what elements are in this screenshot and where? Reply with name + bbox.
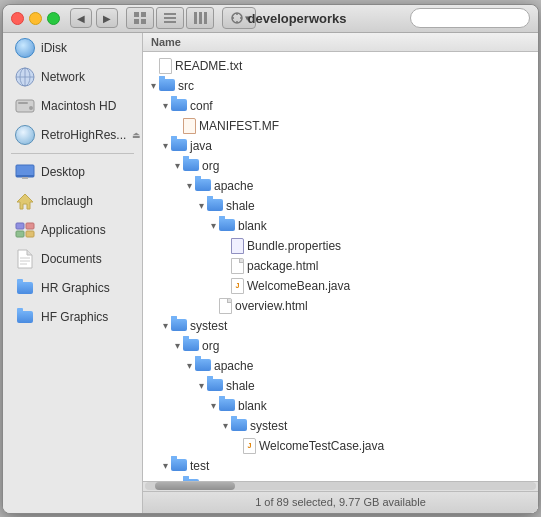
file-tree[interactable]: README.txt src confMANIFEST.MF java org … <box>143 52 538 481</box>
hd-icon <box>15 96 35 116</box>
tree-item[interactable]: shale <box>143 196 538 216</box>
expand-triangle[interactable] <box>159 140 171 152</box>
tree-item[interactable]: java <box>143 136 538 156</box>
tree-item[interactable]: MANIFEST.MF <box>143 116 538 136</box>
sidebar-divider <box>11 153 134 154</box>
tree-item[interactable]: apache <box>143 176 538 196</box>
forward-button[interactable]: ▶ <box>96 8 118 28</box>
expand-triangle[interactable] <box>207 220 219 232</box>
folder-icon <box>195 359 211 372</box>
sidebar-item-home[interactable]: bmclaugh <box>7 187 138 215</box>
sidebar-item-network[interactable]: Network <box>7 63 138 91</box>
expand-triangle <box>231 440 243 452</box>
folder-icon <box>159 79 175 92</box>
horizontal-scrollbar[interactable] <box>143 481 538 491</box>
tree-item[interactable]: blank <box>143 396 538 416</box>
svg-rect-6 <box>164 21 176 23</box>
tree-item[interactable]: org <box>143 336 538 356</box>
sidebar-item-hf-graphics[interactable]: HF Graphics <box>7 303 138 331</box>
folder-icon <box>15 278 35 298</box>
minimize-button[interactable] <box>29 12 42 25</box>
expand-triangle[interactable] <box>159 460 171 472</box>
sidebar-item-hr-graphics[interactable]: HR Graphics <box>7 274 138 302</box>
traffic-lights <box>11 12 60 25</box>
expand-triangle[interactable] <box>159 100 171 112</box>
item-label: blank <box>238 219 267 233</box>
close-button[interactable] <box>11 12 24 25</box>
folder-icon <box>207 379 223 392</box>
expand-triangle[interactable] <box>183 180 195 192</box>
expand-triangle[interactable] <box>159 320 171 332</box>
folder-icon <box>183 479 199 481</box>
sidebar-item-desktop[interactable]: Desktop <box>7 158 138 186</box>
item-label: org <box>202 159 219 173</box>
tree-item[interactable]: org <box>143 156 538 176</box>
tree-item[interactable]: src <box>143 76 538 96</box>
sidebar-label: Applications <box>41 223 106 237</box>
item-label: MANIFEST.MF <box>199 119 279 133</box>
back-button[interactable]: ◀ <box>70 8 92 28</box>
applications-icon <box>15 220 35 240</box>
folder-icon <box>219 219 235 232</box>
tree-item[interactable]: package.html <box>143 256 538 276</box>
item-label: apache <box>214 179 253 193</box>
tree-item[interactable]: blank <box>143 216 538 236</box>
expand-triangle[interactable] <box>219 420 231 432</box>
window-title: developerworks <box>184 11 410 26</box>
item-label: systest <box>190 319 227 333</box>
tree-item[interactable]: systest <box>143 416 538 436</box>
documents-icon <box>15 249 35 269</box>
tree-item[interactable]: apache <box>143 356 538 376</box>
search-input[interactable] <box>410 8 530 28</box>
list-view-button[interactable] <box>156 7 184 29</box>
tree-item[interactable]: systest <box>143 316 538 336</box>
eject-button[interactable]: ⏏ <box>132 128 141 142</box>
expand-triangle[interactable] <box>183 360 195 372</box>
svg-rect-25 <box>26 231 34 237</box>
svg-rect-5 <box>164 17 176 19</box>
sidebar-label: Documents <box>41 252 102 266</box>
expand-triangle <box>207 300 219 312</box>
sidebar-item-idisk[interactable]: iDisk <box>7 34 138 62</box>
expand-triangle[interactable] <box>195 380 207 392</box>
svg-rect-24 <box>16 231 24 237</box>
tree-item[interactable]: README.txt <box>143 56 538 76</box>
svg-rect-15 <box>16 100 34 112</box>
tree-item[interactable]: JWelcomeBean.java <box>143 276 538 296</box>
sidebar-item-applications[interactable]: Applications <box>7 216 138 244</box>
tree-item[interactable]: conf <box>143 96 538 116</box>
maximize-button[interactable] <box>47 12 60 25</box>
item-label: WelcomeTestCase.java <box>259 439 384 453</box>
svg-marker-21 <box>17 194 33 209</box>
item-label: src <box>178 79 194 93</box>
item-label: package.html <box>247 259 318 273</box>
tree-item[interactable]: shale <box>143 376 538 396</box>
sidebar-item-macintosh-hd[interactable]: Macintosh HD <box>7 92 138 120</box>
expand-triangle[interactable] <box>207 400 219 412</box>
expand-triangle[interactable] <box>171 340 183 352</box>
expand-triangle[interactable] <box>195 200 207 212</box>
tree-item[interactable]: Bundle.properties <box>143 236 538 256</box>
tree-item[interactable]: test <box>143 456 538 476</box>
expand-triangle[interactable] <box>171 160 183 172</box>
statusbar: 1 of 89 selected, 9.77 GB available <box>143 491 538 513</box>
expand-triangle <box>147 60 159 72</box>
scrollbar-thumb[interactable] <box>155 482 235 490</box>
status-text: 1 of 89 selected, 9.77 GB available <box>255 496 426 508</box>
folder-icon <box>171 99 187 112</box>
tree-item[interactable]: JWelcomeTestCase.java <box>143 436 538 456</box>
folder-icon <box>183 339 199 352</box>
sidebar-item-documents[interactable]: Documents <box>7 245 138 273</box>
home-icon <box>15 191 35 211</box>
file-html-icon <box>219 298 232 314</box>
folder-icon <box>183 159 199 172</box>
sidebar-item-retrohighres[interactable]: RetroHighRes... ⏏ <box>7 121 138 149</box>
file-icon <box>159 58 172 74</box>
expand-triangle[interactable] <box>147 80 159 92</box>
finder-window: ◀ ▶ ▾ developerworks <box>2 4 539 514</box>
sidebar-label: HF Graphics <box>41 310 108 324</box>
file-java-icon: J <box>231 278 244 294</box>
tree-item[interactable]: overview.html <box>143 296 538 316</box>
svg-rect-1 <box>141 12 146 17</box>
icon-view-button[interactable] <box>126 7 154 29</box>
